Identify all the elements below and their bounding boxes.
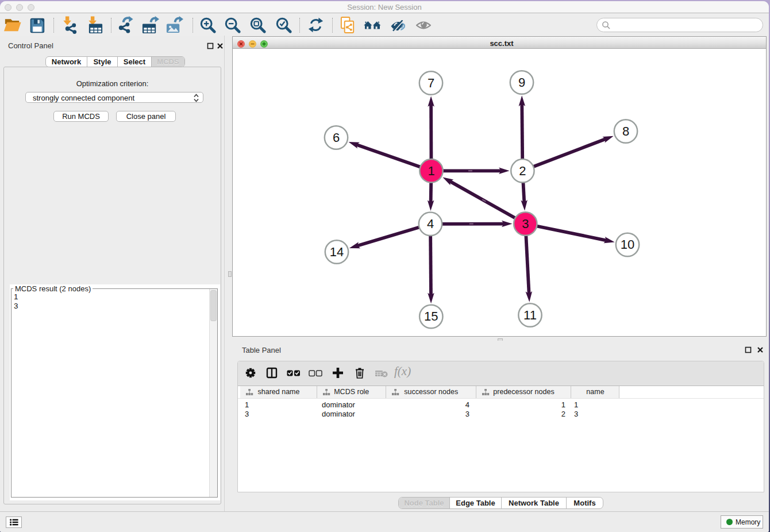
svg-text:15: 15 — [424, 309, 438, 323]
svg-text:1: 1 — [428, 164, 434, 178]
svg-text:8: 8 — [622, 124, 629, 138]
svg-text:6: 6 — [333, 130, 340, 145]
svg-text:4: 4 — [427, 217, 434, 231]
svg-text:3: 3 — [522, 217, 529, 231]
svg-text:10: 10 — [621, 237, 634, 252]
svg-text:11: 11 — [523, 308, 537, 322]
svg-text:7: 7 — [428, 76, 434, 90]
svg-text:9: 9 — [518, 75, 525, 90]
svg-text:2: 2 — [519, 164, 526, 178]
svg-text:14: 14 — [330, 245, 344, 259]
